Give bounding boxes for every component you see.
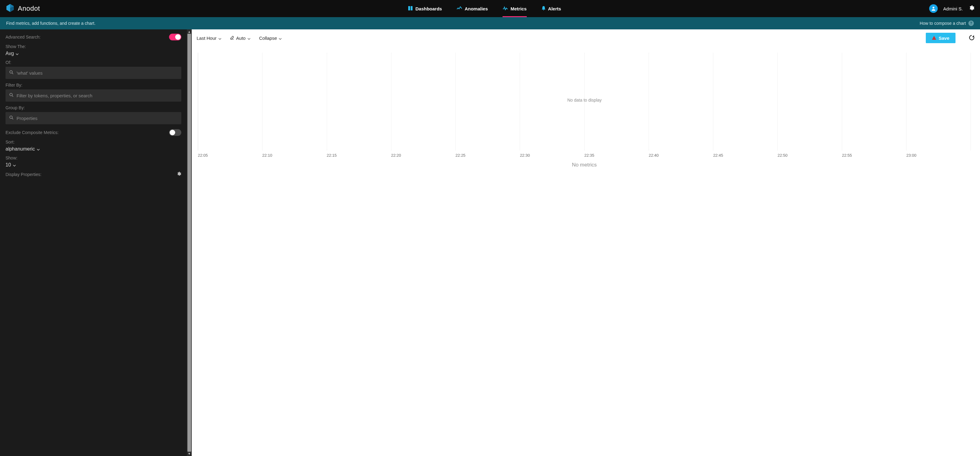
no-data-message: No data to display (198, 98, 971, 103)
time-range-value: Last Hour (197, 35, 216, 41)
sort-value: alphanumeric (5, 146, 35, 152)
chevron-down-icon (16, 51, 19, 56)
nav-tab-label: Anomalies (465, 6, 488, 11)
x-tick-label: 22:30 (520, 153, 584, 157)
filter-by-label: Filter By: (5, 83, 181, 87)
how-to-label: How to compose a chart (920, 21, 966, 26)
advanced-search-label: Advanced Search: (5, 35, 40, 40)
auto-dropdown[interactable]: Auto (230, 35, 250, 41)
svg-marker-14 (932, 36, 936, 40)
x-axis-ticks: 22:0522:1022:1522:2022:2522:3022:3522:40… (198, 151, 971, 157)
nav-tab-label: Dashboards (415, 6, 442, 11)
filter-by-input[interactable] (16, 93, 178, 98)
dashboards-icon (408, 6, 413, 12)
anomalies-icon (457, 6, 462, 11)
show-the-value: Avg (5, 51, 14, 56)
collapse-value: Collapse (259, 35, 277, 41)
show-count-dropdown[interactable]: 10 (5, 162, 181, 168)
svg-marker-15 (972, 35, 974, 37)
svg-point-11 (10, 116, 12, 118)
nav-tab-metrics[interactable]: Metrics (503, 0, 527, 17)
nav-right-cluster: Admini S. (929, 4, 975, 13)
scroll-thumb[interactable] (188, 34, 191, 452)
chart-area: No data to display 22:0522:1022:1522:202… (192, 46, 980, 456)
search-icon (9, 70, 13, 76)
svg-point-6 (932, 7, 934, 9)
advanced-search-toggle[interactable] (169, 34, 181, 40)
svg-point-7 (10, 71, 12, 73)
collapse-dropdown[interactable]: Collapse (259, 35, 282, 41)
auto-edit-icon (230, 35, 234, 41)
x-tick-label: 22:45 (713, 153, 778, 157)
brand-logo-icon (5, 3, 15, 14)
svg-rect-4 (411, 6, 412, 10)
save-label: Save (939, 35, 950, 41)
auto-value: Auto (236, 35, 246, 41)
brand-name: Anodot (18, 5, 40, 13)
help-icon: ? (968, 21, 974, 26)
chart-toolbar: Last Hour Auto Collapse Save (192, 29, 980, 46)
chevron-down-icon (13, 162, 16, 168)
svg-line-12 (12, 118, 13, 119)
settings-gear-icon[interactable] (968, 5, 975, 12)
of-input[interactable] (16, 70, 178, 76)
show-count-value: 10 (5, 162, 11, 168)
scroll-down-icon: ▼ (187, 452, 192, 455)
refresh-icon[interactable] (968, 34, 975, 42)
group-by-label: Group By: (5, 105, 181, 110)
save-button[interactable]: Save (926, 33, 956, 43)
nav-tab-anomalies[interactable]: Anomalies (457, 0, 488, 17)
x-tick-label: 22:40 (649, 153, 713, 157)
of-label: Of: (5, 60, 181, 65)
scroll-up-icon: ▲ (187, 30, 192, 33)
time-range-dropdown[interactable]: Last Hour (197, 35, 221, 41)
search-sidebar: Advanced Search: Show The: Avg Of: Filte… (0, 29, 187, 456)
show-count-label: Show: (5, 156, 181, 160)
top-navbar: Anodot Dashboards Anomalies Metrics Aler… (0, 0, 980, 17)
search-icon (9, 93, 13, 98)
svg-line-8 (12, 73, 13, 74)
nav-tabs: Dashboards Anomalies Metrics Alerts (40, 0, 929, 17)
subheader-bar: Find metrics, add functions, and create … (0, 17, 980, 29)
x-tick-label: 22:15 (327, 153, 391, 157)
search-icon (9, 115, 13, 121)
group-by-input[interactable] (16, 116, 178, 121)
chart-panel: Last Hour Auto Collapse Save (192, 29, 980, 456)
nav-tab-label: Metrics (511, 6, 527, 11)
show-the-label: Show The: (5, 44, 181, 49)
svg-point-9 (10, 93, 12, 96)
chevron-down-icon (218, 35, 221, 41)
x-tick-label: 22:20 (391, 153, 455, 157)
sort-dropdown[interactable]: alphanumeric (5, 146, 181, 152)
x-tick-label: 22:25 (455, 153, 520, 157)
user-name[interactable]: Admini S. (943, 6, 963, 11)
svg-rect-5 (543, 10, 544, 10)
nav-tab-dashboards[interactable]: Dashboards (408, 0, 442, 17)
sidebar-scrollbar[interactable]: ▲ ▼ (187, 29, 192, 456)
group-by-input-wrap[interactable] (5, 112, 181, 124)
how-to-link[interactable]: How to compose a chart ? (920, 21, 974, 26)
nav-tab-alerts[interactable]: Alerts (541, 0, 562, 17)
exclude-composite-label: Exclude Composite Metrics: (5, 130, 59, 135)
save-warning-icon (932, 35, 936, 41)
no-metrics-message: No metrics (198, 162, 971, 168)
x-tick-label: 22:50 (778, 153, 842, 157)
sort-label: Sort: (5, 140, 181, 145)
exclude-composite-toggle[interactable] (169, 129, 181, 136)
filter-by-input-wrap[interactable] (5, 89, 181, 102)
x-tick-label: 22:10 (262, 153, 326, 157)
x-tick-label: 22:55 (842, 153, 906, 157)
user-avatar-icon[interactable] (929, 4, 938, 13)
subheader-text: Find metrics, add functions, and create … (6, 21, 95, 26)
of-input-wrap[interactable] (5, 67, 181, 79)
display-properties-label: Display Properties: (5, 172, 41, 177)
svg-line-10 (12, 95, 13, 97)
x-tick-label: 22:35 (584, 153, 649, 157)
chevron-down-icon (247, 35, 250, 41)
metrics-icon (503, 6, 508, 11)
svg-rect-3 (408, 6, 410, 10)
display-properties-gear-icon[interactable] (177, 172, 181, 178)
brand[interactable]: Anodot (5, 3, 40, 14)
chevron-down-icon (279, 35, 282, 41)
show-the-dropdown[interactable]: Avg (5, 51, 181, 56)
